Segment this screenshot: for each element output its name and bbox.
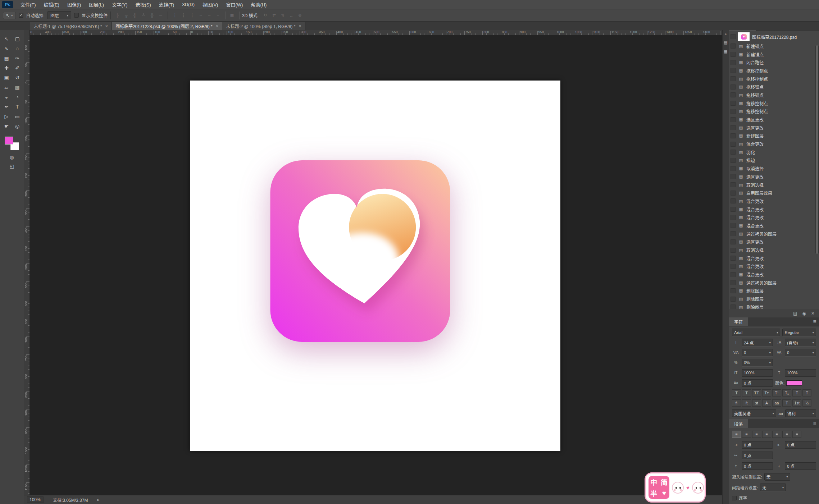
history-row[interactable]: ▤拖移控制点 [729, 107, 819, 116]
history-brush-source-cell[interactable] [731, 174, 736, 179]
delete-state-button[interactable]: ✕ [811, 311, 815, 316]
brush-tool[interactable]: ✐ [12, 63, 23, 73]
new-document-from-state-button[interactable]: ▤ [793, 311, 797, 316]
menu-edit[interactable]: 编辑(E) [40, 0, 63, 9]
history-row[interactable]: ▤删除图层 [729, 295, 819, 303]
history-brush-source-cell[interactable] [731, 142, 736, 147]
justify-all-button[interactable]: ≡ [792, 431, 801, 438]
3d-mode-button-3[interactable]: ↔ [287, 12, 295, 19]
align-center-button[interactable]: ≡ [742, 431, 751, 438]
distribute-button-5[interactable]: ┄ [214, 12, 222, 19]
collapse-panels-icon[interactable]: » [725, 32, 727, 36]
zoom-tool[interactable]: ◎ [12, 121, 23, 131]
history-row[interactable]: ▤选区更改 [729, 124, 819, 132]
3d-mode-button-2[interactable]: ⇅ [279, 12, 287, 19]
history-row[interactable]: ▤通过拷贝的图层 [729, 279, 819, 287]
history-row[interactable]: ▤羽化 [729, 148, 819, 156]
history-row[interactable]: ▤混合更改 [729, 262, 819, 271]
history-row[interactable]: ▤选区更改 [729, 115, 819, 124]
distribute-button-0[interactable]: ┆ [171, 12, 179, 19]
menu-layer[interactable]: 图层(L) [85, 0, 108, 9]
distribute-button-4[interactable]: ┄ [205, 12, 213, 19]
antialias-dropdown[interactable]: 锐利 ▾ [785, 409, 816, 417]
leading-dropdown[interactable]: (自动) ▾ [785, 339, 816, 346]
horizontal-ruler[interactable]: 4504003503002502001501005005010015020025… [24, 30, 722, 35]
space-after-field[interactable]: 0 点 [785, 462, 816, 470]
history-brush-source-cell[interactable] [731, 166, 736, 171]
history-brush-source-cell[interactable] [731, 280, 736, 285]
language-dropdown[interactable]: 美国英语 ▾ [732, 409, 776, 417]
history-brush-source-cell[interactable] [731, 297, 736, 302]
tab-close-icon[interactable]: × [216, 23, 219, 29]
quick-selection-tool[interactable]: ◌ [12, 43, 23, 53]
tab-character[interactable]: 字符 [729, 317, 748, 326]
dodge-tool[interactable]: ◔ [12, 92, 23, 102]
underline-button[interactable]: T [792, 389, 801, 397]
canvas-area[interactable] [30, 35, 722, 495]
align-right-button[interactable]: ≡ [752, 431, 761, 438]
clone-stamp-tool[interactable]: ▣ [1, 73, 12, 82]
indent-left-field[interactable]: 0 点 [742, 441, 773, 449]
font-style-dropdown[interactable]: Regular ▾ [782, 329, 816, 336]
align-button-1[interactable]: ╦ [122, 12, 130, 19]
history-row[interactable]: ▤混合更改 [729, 254, 819, 262]
3d-mode-button-1[interactable]: ⇄ [270, 12, 278, 19]
hyphenate-checkbox[interactable] [732, 496, 737, 500]
menu-file[interactable]: 文件(F) [17, 0, 40, 9]
opentype-button-3[interactable]: A [762, 399, 771, 407]
hand-tool[interactable]: ☛ [1, 121, 12, 131]
history-brush-source-cell[interactable] [731, 288, 736, 293]
history-brush-source-cell[interactable] [731, 117, 736, 122]
new-snapshot-button[interactable]: ◉ [802, 311, 806, 316]
history-row[interactable]: ▤混合更改 [729, 140, 819, 148]
status-options-arrow[interactable]: ▸ [97, 497, 99, 502]
history-brush-source-cell[interactable] [731, 215, 736, 220]
font-size-dropdown[interactable]: 24 点 ▾ [742, 339, 773, 346]
auto-select-target-dropdown[interactable]: 图层 ▾ [47, 11, 71, 19]
ruler-corner[interactable] [24, 30, 30, 35]
history-row[interactable]: ▤新建锚点 [729, 42, 819, 50]
history-row[interactable]: ▤混合更改 [729, 213, 819, 221]
font-family-dropdown[interactable]: Arial ▾ [732, 329, 780, 336]
history-brush-source-cell[interactable] [731, 92, 736, 97]
distribute-button-2[interactable]: ┆ [188, 12, 196, 19]
history-brush-source-cell[interactable] [731, 125, 736, 130]
history-brush-source-cell[interactable] [731, 182, 736, 187]
crop-tool[interactable]: ▦ [1, 53, 12, 63]
dock-panel-2[interactable]: ▦ [724, 49, 727, 54]
history-row[interactable]: ▤混合更改 [729, 270, 819, 279]
zoom-level-field[interactable]: 100% [27, 496, 44, 503]
history-row[interactable]: ▤拖移锚点 [729, 83, 819, 91]
faux-italic-button[interactable]: T [742, 389, 751, 397]
history-brush-source-cell[interactable] [731, 101, 736, 106]
quick-mask-button[interactable]: ◍ [10, 155, 14, 160]
tab-close-icon[interactable]: × [105, 23, 108, 29]
history-row[interactable]: ▤删除图层 [729, 287, 819, 295]
align-button-4[interactable]: ╬ [148, 12, 156, 19]
history-brush-source-cell[interactable] [731, 198, 736, 203]
history-brush-tool[interactable]: ↺ [12, 73, 23, 82]
history-row[interactable]: ▤拖移控制点 [729, 67, 819, 75]
document-tab[interactable]: 未标题-2 @ 100% (Step 1, RGB/8) *× [222, 22, 305, 30]
history-row[interactable]: ▤启用图层效果 [729, 189, 819, 197]
menu-window[interactable]: 窗口(W) [222, 0, 247, 9]
opentype-button-1[interactable]: ſt [742, 399, 751, 407]
history-brush-source-cell[interactable] [731, 52, 736, 57]
history-row[interactable]: ▤取消选择 [729, 246, 819, 254]
menu-view[interactable]: 视图(V) [199, 0, 222, 9]
document-tab[interactable]: 未标题-1 @ 75.1%(RGB/8/CMYK) *× [30, 22, 112, 30]
history-brush-source-cell[interactable] [731, 272, 736, 277]
lasso-tool[interactable]: ∿ [1, 43, 12, 53]
align-button-2[interactable]: ╣ [131, 12, 139, 19]
3d-mode-button-4[interactable]: ⊕ [296, 12, 304, 19]
history-row[interactable]: ▤拖移控制点 [729, 75, 819, 83]
history-brush-source-cell[interactable] [731, 34, 736, 39]
eyedropper-tool[interactable]: ✑ [12, 53, 23, 63]
eraser-tool[interactable]: ▱ [1, 82, 12, 92]
history-row[interactable]: ▤拖移控制点 [729, 99, 819, 107]
strikethrough-button[interactable]: T [802, 389, 811, 397]
proportional-spacing-dropdown[interactable]: 0% ▾ [742, 359, 773, 366]
indent-first-line-field[interactable]: 0 点 [742, 452, 773, 459]
auto-select-checkbox[interactable]: ✓ [19, 13, 23, 18]
align-left-button[interactable]: ≡ [732, 431, 741, 438]
